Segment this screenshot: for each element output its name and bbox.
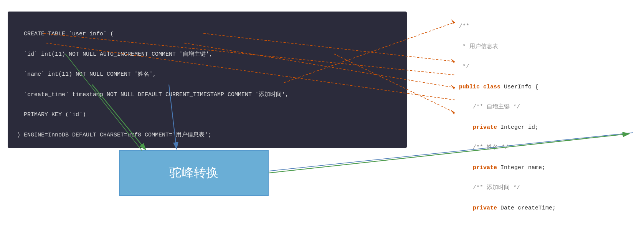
sql-line-3: `create_time` timestamp NOT NULL DEFAULT… (17, 91, 289, 98)
java-field3-rest: Date createTime; (497, 205, 556, 211)
java-comment-star: * 用户信息表 (459, 43, 498, 50)
sql-code-block: CREATE TABLE `user_info` ( `id` int(11) … (8, 12, 407, 148)
java-class-rest: UserInfo { (500, 84, 538, 90)
java-field2-indent (459, 165, 473, 171)
java-field2-comment: /** 姓名 */ (459, 144, 509, 151)
java-field3-indent (459, 205, 473, 211)
java-code-block: /** * 用户信息表 */ public class UserInfo { /… (452, 12, 636, 213)
camel-case-label: 驼峰转换 (169, 165, 218, 181)
java-field1-rest: Integer id; (497, 124, 538, 131)
java-field3-keyword: private (473, 205, 497, 211)
java-comment-header: /** (459, 23, 469, 30)
java-field1-indent (459, 124, 473, 131)
sql-line-5: ) ENGINE=InnoDB DEFAULT CHARSET=utf8 COM… (17, 132, 211, 138)
java-field1-keyword: private (473, 124, 497, 131)
java-class-keyword: public class (459, 84, 500, 90)
java-field3-comment: /** 添加时间 */ (459, 184, 520, 191)
java-field2-rest: Integer name; (497, 165, 545, 171)
sql-line-4: PRIMARY KEY (`id`) (17, 111, 86, 118)
sql-line-2: `name` int(11) NOT NULL COMMENT '姓名', (17, 71, 156, 78)
java-comment-end: */ (459, 63, 469, 70)
java-field2-keyword: private (473, 165, 497, 171)
java-field1-comment: /** 自增主键 */ (459, 104, 520, 110)
sql-code-text: CREATE TABLE `user_info` ( (24, 31, 114, 37)
camel-case-box: 驼峰转换 (119, 150, 269, 196)
sql-line-1: `id` int(11) NOT NULL AUTO_INCREMENT COM… (17, 51, 213, 58)
